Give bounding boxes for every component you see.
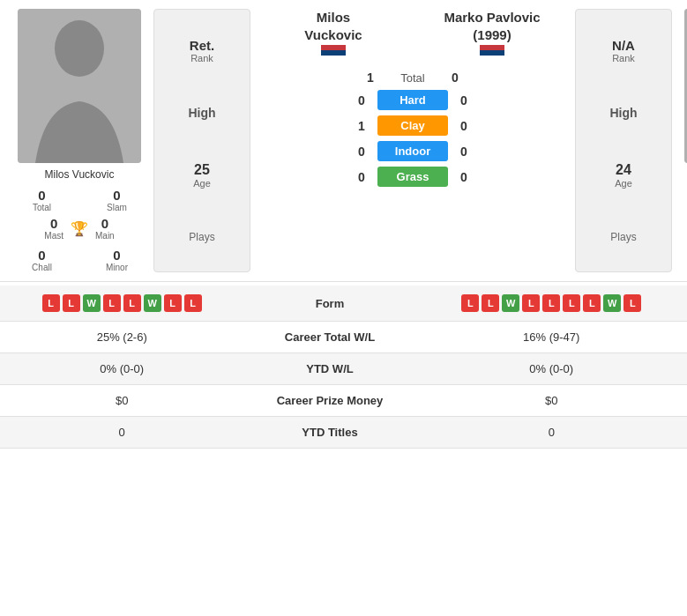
player-section: Milos Vuckovic 0 Total 0 Slam 0 Mast 🏆 — [0, 0, 687, 281]
left-rank-value: Ret. — [190, 38, 214, 53]
right-player-name-top: Marko Pavlovic(1999) — [444, 9, 540, 43]
indoor-score-left: 0 — [353, 145, 370, 159]
right-flag — [480, 45, 504, 61]
clay-btn[interactable]: Clay — [377, 115, 448, 136]
right-rank-box: N/A Rank — [612, 38, 635, 63]
titles-right: 0 — [416, 417, 687, 449]
left-rank-label: Rank — [190, 53, 214, 63]
right-form-badge-4: L — [542, 294, 560, 312]
right-form-badge-1: L — [482, 294, 499, 312]
grass-score-left: 0 — [353, 170, 370, 184]
left-chall-value: 0 — [38, 248, 45, 263]
right-form-badge-6: L — [583, 294, 601, 312]
right-rank-label: Rank — [612, 53, 635, 63]
left-age-box: 25 Age — [193, 162, 211, 189]
left-player-card: Milos Vuckovic 0 Total 0 Slam 0 Mast 🏆 — [9, 9, 150, 272]
form-label: Form — [243, 286, 415, 322]
left-total-stat: 0 Total — [9, 188, 75, 212]
total-label: Total — [386, 71, 439, 85]
hard-score-left: 0 — [353, 93, 370, 108]
hard-btn[interactable]: Hard — [377, 90, 448, 110]
left-form-badge-2: W — [83, 294, 101, 312]
left-avatar-silhouette — [18, 9, 141, 163]
main-container: Milos Vuckovic 0 Total 0 Slam 0 Mast 🏆 — [0, 0, 687, 449]
left-flag — [321, 45, 346, 61]
grass-row: 0 Grass 0 — [254, 167, 571, 187]
left-total-label: Total — [33, 203, 51, 212]
career-wl-left: 25% (2-6) — [0, 322, 243, 353]
left-mast-value: 0 — [50, 216, 57, 231]
left-form-badge-3: L — [103, 294, 121, 312]
clay-row: 1 Clay 0 — [254, 115, 571, 136]
prize-left: $0 — [0, 385, 243, 417]
indoor-row: 0 Indoor 0 — [254, 141, 571, 161]
prize-label: Career Prize Money — [243, 385, 415, 417]
left-player-name-top: MilosVuckovic — [304, 9, 362, 43]
right-stats-grid: 0 Total 0 Slam — [676, 188, 687, 212]
ytd-wl-left: 0% (0-0) — [0, 353, 243, 385]
left-form-badge-1: L — [63, 294, 80, 312]
svg-rect-3 — [321, 50, 346, 56]
right-bottom-stats-grid: 0 Chall 0 Minor — [676, 248, 687, 272]
clay-score-left: 1 — [353, 119, 370, 133]
right-high-text: High — [609, 106, 637, 120]
career-wl-right: 16% (9-47) — [416, 322, 687, 353]
right-form-badge-3: L — [522, 294, 540, 312]
left-form-badges: L L W L L W L L — [11, 294, 233, 312]
clay-score-right: 0 — [455, 119, 473, 133]
right-total-stat: 0 Total — [676, 188, 687, 212]
left-player-avatar — [18, 9, 141, 163]
left-form-badge-0: L — [42, 294, 60, 312]
left-plays-box: Plays — [189, 231, 214, 243]
total-row: 1 Total 0 — [254, 71, 571, 85]
left-age-value: 25 — [193, 162, 211, 178]
left-middle-panel: Ret. Rank High 25 Age Plays — [153, 9, 250, 272]
titles-label: YTD Titles — [243, 417, 415, 449]
right-form-badge-5: L — [563, 294, 580, 312]
left-minor-stat: 0 Minor — [84, 248, 150, 272]
right-form-badges: L L W L L L L W L — [427, 294, 676, 312]
left-form-badge-4: L — [123, 294, 141, 312]
right-rank-value: N/A — [612, 38, 635, 53]
left-slam-label: Slam — [107, 203, 127, 212]
total-score-left: 1 — [362, 71, 379, 85]
prize-right: $0 — [416, 385, 687, 417]
grass-btn[interactable]: Grass — [377, 167, 448, 187]
right-middle-panel: N/A Rank High 24 Age Plays — [575, 9, 672, 272]
hard-row: 0 Hard 0 — [254, 90, 571, 110]
left-slam-stat: 0 Slam — [84, 188, 150, 212]
svg-rect-2 — [321, 45, 346, 50]
right-age-label: Age — [615, 178, 632, 189]
right-form-badge-2: W — [502, 294, 519, 312]
left-form-badge-6: L — [164, 294, 182, 312]
titles-left: 0 — [0, 417, 243, 449]
left-main-label: Main — [95, 231, 115, 241]
left-plays-label: Plays — [189, 231, 214, 243]
svg-rect-6 — [480, 50, 504, 56]
left-total-value: 0 — [38, 188, 45, 203]
right-player-card: Marko Pavlovic (1999) 0 Total 0 Slam 0 M… — [676, 9, 687, 272]
total-score-right: 0 — [446, 71, 464, 85]
indoor-btn[interactable]: Indoor — [377, 141, 448, 161]
right-form-badge-0: L — [461, 294, 479, 312]
left-player-name-label: Milos Vuckovic — [45, 168, 115, 181]
svg-rect-7 — [480, 56, 504, 61]
right-form-badge-7: W — [603, 294, 621, 312]
ytd-wl-right: 0% (0-0) — [416, 353, 687, 385]
left-chall-stat: 0 Chall — [9, 248, 75, 272]
right-chall-stat: 0 Chall — [676, 248, 687, 272]
left-form-badge-7: L — [184, 294, 202, 312]
left-minor-value: 0 — [113, 248, 120, 263]
left-main-stat: 0 Main — [95, 216, 115, 241]
right-high-box: High — [609, 106, 637, 120]
svg-rect-5 — [480, 45, 504, 50]
left-mast-stat: 0 Mast — [44, 216, 63, 241]
left-slam-value: 0 — [113, 188, 120, 203]
left-mast-label: Mast — [44, 231, 63, 241]
left-player-header: MilosVuckovic — [254, 9, 413, 61]
right-age-box: 24 Age — [615, 162, 632, 189]
career-wl-row: 25% (2-6) Career Total W/L 16% (9-47) — [0, 322, 687, 353]
ytd-wl-label: YTD W/L — [243, 353, 415, 385]
left-main-value: 0 — [101, 216, 108, 231]
right-age-value: 24 — [615, 162, 632, 178]
